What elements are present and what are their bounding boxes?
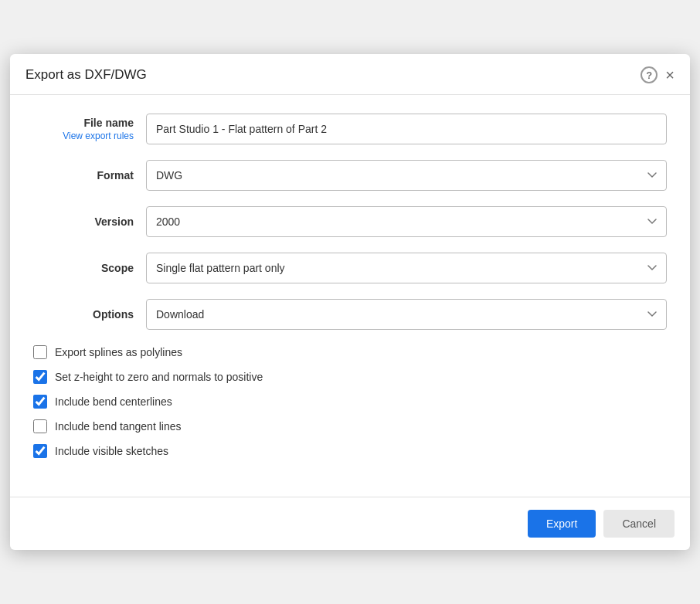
file-name-label: File name bbox=[83, 117, 134, 129]
checkbox-row-visible-sketches: Include visible sketches bbox=[33, 444, 667, 458]
checkboxes-section: Export splines as polylines Set z-height… bbox=[33, 345, 667, 458]
close-icon[interactable]: × bbox=[665, 67, 675, 83]
version-label: Version bbox=[94, 215, 134, 228]
include-visible-sketches-label[interactable]: Include visible sketches bbox=[55, 445, 168, 457]
include-bend-tangent-label[interactable]: Include bend tangent lines bbox=[55, 420, 181, 433]
file-name-label-group: File name View export rules bbox=[33, 117, 134, 141]
include-bend-tangent-checkbox[interactable] bbox=[33, 419, 47, 433]
scope-row: Scope Single flat pattern part only All … bbox=[33, 253, 667, 283]
export-splines-label[interactable]: Export splines as polylines bbox=[55, 346, 182, 358]
options-label-group: Options bbox=[33, 308, 134, 321]
include-bend-centerlines-label[interactable]: Include bend centerlines bbox=[55, 395, 172, 408]
options-row: Options Download Save to Onshape bbox=[33, 299, 667, 330]
file-name-input[interactable] bbox=[146, 114, 667, 144]
checkbox-row-z-height: Set z-height to zero and normals to posi… bbox=[33, 370, 667, 384]
export-button[interactable]: Export bbox=[528, 510, 596, 538]
export-splines-checkbox[interactable] bbox=[33, 345, 47, 359]
header-icons: ? × bbox=[641, 66, 675, 83]
cancel-button[interactable]: Cancel bbox=[603, 510, 675, 538]
scope-label: Scope bbox=[101, 262, 134, 274]
set-z-height-label[interactable]: Set z-height to zero and normals to posi… bbox=[55, 371, 263, 383]
set-z-height-checkbox[interactable] bbox=[33, 370, 47, 384]
options-select[interactable]: Download Save to Onshape bbox=[146, 299, 667, 330]
scope-label-group: Scope bbox=[33, 262, 134, 274]
format-row: Format DXF DWG bbox=[33, 160, 667, 191]
help-icon[interactable]: ? bbox=[641, 66, 658, 83]
version-label-group: Version bbox=[33, 215, 134, 228]
checkbox-row-export-splines: Export splines as polylines bbox=[33, 345, 667, 359]
dialog-body: File name View export rules Format DXF D… bbox=[10, 95, 690, 489]
checkbox-row-bend-centerlines: Include bend centerlines bbox=[33, 395, 667, 409]
version-row: Version 2000 2004 2007 2010 2013 2018 bbox=[33, 206, 667, 237]
dialog-footer: Export Cancel bbox=[10, 497, 690, 550]
view-export-rules-link[interactable]: View export rules bbox=[63, 131, 134, 141]
dialog-header: Export as DXF/DWG ? × bbox=[10, 54, 690, 95]
dialog-title: Export as DXF/DWG bbox=[25, 67, 147, 83]
version-select[interactable]: 2000 2004 2007 2010 2013 2018 bbox=[146, 206, 667, 237]
format-label-group: Format bbox=[33, 169, 134, 182]
format-label: Format bbox=[97, 169, 134, 182]
include-bend-centerlines-checkbox[interactable] bbox=[33, 395, 47, 409]
scope-select[interactable]: Single flat pattern part only All flat p… bbox=[146, 253, 667, 283]
include-visible-sketches-checkbox[interactable] bbox=[33, 444, 47, 458]
format-select[interactable]: DXF DWG bbox=[146, 160, 667, 191]
dialog-overlay: Export as DXF/DWG ? × File name View exp… bbox=[0, 0, 700, 604]
export-dialog: Export as DXF/DWG ? × File name View exp… bbox=[10, 54, 690, 550]
options-label: Options bbox=[93, 308, 134, 321]
file-name-row: File name View export rules bbox=[33, 114, 667, 144]
checkbox-row-bend-tangent: Include bend tangent lines bbox=[33, 419, 667, 433]
